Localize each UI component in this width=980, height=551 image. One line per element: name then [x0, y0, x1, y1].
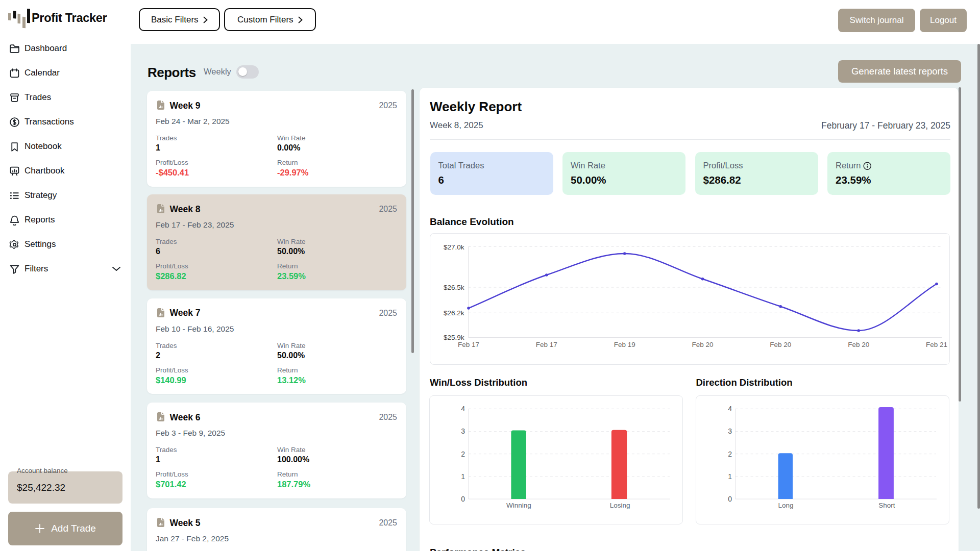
svg-text:3: 3: [461, 427, 465, 435]
svg-text:2: 2: [728, 450, 732, 458]
svg-text:2: 2: [461, 450, 465, 458]
svg-text:Feb 17: Feb 17: [458, 341, 479, 348]
svg-text:Feb 17: Feb 17: [536, 341, 557, 348]
svg-text:Feb 19: Feb 19: [614, 341, 635, 348]
svg-text:$26.2k: $26.2k: [444, 309, 464, 317]
svg-text:1: 1: [461, 472, 465, 481]
svg-text:0: 0: [461, 495, 465, 503]
svg-text:$27.0k: $27.0k: [444, 243, 464, 251]
svg-text:Long: Long: [778, 502, 793, 509]
svg-text:Feb 20: Feb 20: [692, 341, 713, 348]
svg-text:Winning: Winning: [506, 502, 531, 509]
svg-text:Feb 21: Feb 21: [926, 341, 947, 348]
svg-text:Feb 20: Feb 20: [770, 341, 791, 348]
svg-text:4: 4: [728, 405, 732, 413]
svg-text:Short: Short: [878, 502, 895, 509]
svg-text:$26.5k: $26.5k: [444, 284, 464, 291]
svg-text:1: 1: [728, 472, 732, 481]
svg-text:4: 4: [461, 405, 465, 413]
svg-text:Losing: Losing: [610, 502, 630, 509]
svg-text:3: 3: [728, 427, 732, 435]
svg-text:Feb 20: Feb 20: [848, 341, 869, 348]
svg-text:0: 0: [728, 495, 732, 503]
